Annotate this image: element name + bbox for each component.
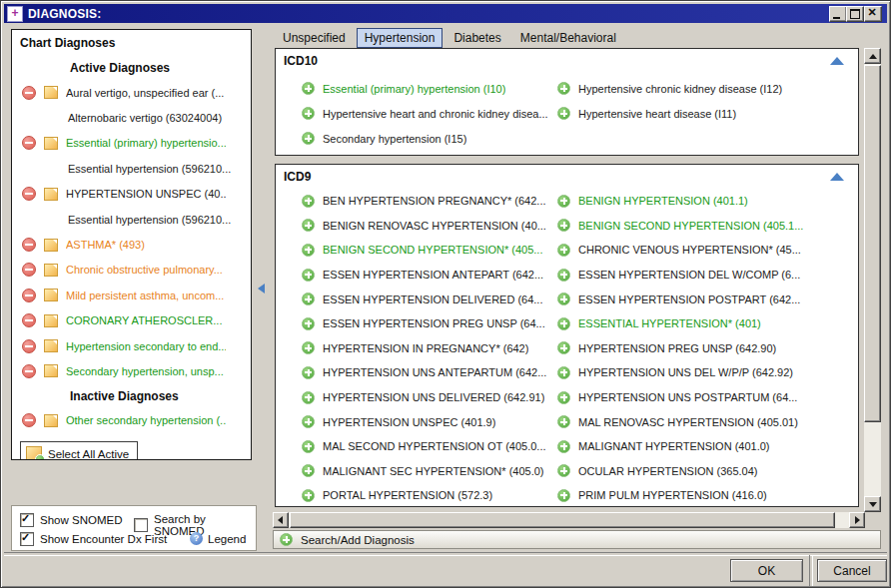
add-diagnosis-icon[interactable] (557, 366, 570, 379)
add-diagnosis-icon[interactable] (557, 341, 570, 354)
note-icon[interactable] (44, 314, 58, 327)
icd-diagnosis-row[interactable]: PRIM PULM HYPERTENSION (416.0) (557, 483, 853, 508)
search-add-diagnosis-bar[interactable]: Search/Add Diagnosis (273, 530, 881, 549)
add-diagnosis-icon[interactable] (302, 107, 315, 120)
diagnosis-label[interactable]: CORONARY ATHEROSCLER... (66, 314, 222, 326)
add-diagnosis-icon[interactable] (302, 415, 315, 428)
icd-diagnosis-row[interactable]: HYPERTENSION UNS DELIVERED (642.91) (302, 385, 553, 410)
icd-diagnosis-row[interactable]: BEN HYPERTENSION PREGNANCY* (642... (302, 189, 553, 214)
diagnosis-label[interactable]: Hypertension secondary to end... (66, 340, 226, 352)
add-diagnosis-icon[interactable] (302, 391, 315, 404)
add-diagnosis-icon[interactable] (302, 440, 315, 453)
icd-diagnosis-row[interactable]: BENIGN HYPERTENSION (401.1) (557, 189, 853, 214)
diagnosis-label[interactable]: Secondary hypertension, unsp... (66, 365, 224, 377)
category-tab[interactable]: Unspecified (275, 28, 354, 48)
icd10-collapse-icon[interactable] (830, 57, 844, 65)
remove-diagnosis-icon[interactable] (22, 313, 36, 327)
remove-diagnosis-icon[interactable] (22, 263, 36, 277)
icd-diagnosis-row[interactable]: ESSEN HYPERTENSION ANTEPART (642... (302, 263, 553, 288)
icd-diagnosis-row[interactable]: ESSENTIAL HYPERTENSION* (401) (557, 311, 853, 336)
show-encounter-dx-option[interactable]: Show Encounter Dx First (20, 532, 167, 546)
note-icon[interactable] (44, 364, 58, 377)
add-diagnosis-icon[interactable] (557, 219, 570, 232)
diagnosis-label[interactable]: Other secondary hypertension (... (66, 414, 226, 426)
icd-diagnosis-row[interactable]: Essential (primary) hypertension (I10) (302, 76, 553, 101)
category-tab[interactable]: Diabetes (446, 28, 508, 48)
remove-diagnosis-icon[interactable] (22, 364, 36, 378)
note-icon[interactable] (44, 264, 58, 277)
icd-diagnosis-row[interactable]: PORTAL HYPERTENSION (572.3) (302, 483, 553, 508)
show-snomed-checkbox[interactable] (20, 513, 34, 527)
search-by-snomed-checkbox[interactable] (134, 518, 148, 532)
add-diagnosis-icon[interactable] (302, 82, 315, 95)
add-diagnosis-icon[interactable] (302, 219, 315, 232)
title-bar[interactable]: + DIAGNOSIS: ✕ (4, 4, 887, 23)
remove-diagnosis-icon[interactable] (22, 289, 36, 302)
icd-diagnosis-row[interactable]: Secondary hypertension (I15) (302, 126, 553, 151)
icd-diagnosis-row[interactable]: OCULAR HYPERTENSION (365.04) (557, 459, 853, 484)
category-tab[interactable]: Hypertension (357, 28, 444, 48)
remove-diagnosis-icon[interactable] (22, 136, 36, 150)
add-diagnosis-icon[interactable] (302, 317, 315, 330)
note-icon[interactable] (44, 239, 58, 252)
add-diagnosis-icon[interactable] (557, 391, 570, 404)
add-diagnosis-icon[interactable] (557, 244, 570, 257)
icd-diagnosis-row[interactable]: HYPERTENSION PREG UNSP (642.90) (557, 336, 853, 361)
chart-diagnosis-item[interactable]: Aural vertigo, unspecified ear (... (12, 80, 251, 105)
category-tab[interactable]: Mental/Behavioral (512, 28, 624, 48)
diagnosis-label[interactable]: Aural vertigo, unspecified ear (... (66, 87, 224, 99)
chart-diagnosis-item[interactable]: CORONARY ATHEROSCLER... (12, 308, 251, 333)
remove-diagnosis-icon[interactable] (22, 86, 36, 100)
vertical-scroll-thumb[interactable] (864, 65, 881, 422)
maximize-button[interactable] (846, 6, 864, 22)
chart-diagnosis-item[interactable]: Other secondary hypertension (... (12, 408, 251, 433)
icd-diagnosis-row[interactable]: BENIGN SECOND HYPERTENSION* (405... (302, 238, 553, 263)
icd-diagnosis-row[interactable]: Hypertensive heart disease (I11) (557, 101, 853, 126)
icd-diagnosis-row[interactable]: MAL SECOND HYPERTENSION OT (405.0... (302, 434, 553, 459)
diagnosis-label[interactable]: Essential (primary) hypertensio... (66, 137, 226, 149)
add-diagnosis-icon[interactable] (557, 195, 570, 208)
chart-diagnosis-item[interactable]: ASTHMA* (493) (12, 232, 251, 257)
chart-diagnosis-item[interactable]: Secondary hypertension, unsp... (12, 358, 251, 383)
add-diagnosis-icon[interactable] (557, 107, 570, 120)
add-diagnosis-icon[interactable] (302, 269, 315, 282)
horizontal-scrollbar[interactable] (273, 512, 865, 528)
icd-diagnosis-row[interactable]: HYPERTENSION UNS DEL W/P/P (642.92) (557, 360, 853, 385)
icd-diagnosis-row[interactable]: HYPERTENSION UNS POSTPARTUM (64... (557, 385, 853, 410)
icd9-collapse-icon[interactable] (830, 173, 844, 181)
add-diagnosis-icon[interactable] (302, 489, 315, 502)
add-diagnosis-icon[interactable] (302, 132, 315, 145)
scroll-up-button[interactable] (864, 48, 881, 64)
remove-diagnosis-icon[interactable] (22, 339, 36, 353)
add-diagnosis-icon[interactable] (557, 440, 570, 453)
add-diagnosis-icon[interactable] (557, 269, 570, 282)
add-diagnosis-icon[interactable] (302, 341, 315, 354)
note-icon[interactable] (44, 339, 58, 352)
panel-collapse-arrow-icon[interactable] (258, 284, 265, 294)
scroll-down-button[interactable] (864, 496, 881, 512)
note-icon[interactable] (44, 188, 58, 201)
horizontal-scroll-thumb[interactable] (290, 512, 835, 528)
select-all-active-button[interactable]: Select All Active (20, 441, 138, 460)
add-diagnosis-icon[interactable] (302, 195, 315, 208)
chart-diagnosis-item[interactable]: Mild persistent asthma, uncom... (12, 283, 251, 307)
icd-diagnosis-row[interactable]: MALIGNANT HYPERTENSION (401.0) (557, 434, 853, 459)
icd-diagnosis-row[interactable]: HYPERTENSION UNSPEC (401.9) (302, 409, 553, 434)
icd-diagnosis-row[interactable]: BENIGN SECOND HYPERTENSION (405.1... (557, 214, 853, 239)
icd-diagnosis-row[interactable]: ESSEN HYPERTENSION PREG UNSP (64... (302, 311, 553, 336)
icd-diagnosis-row[interactable]: ESSEN HYPERTENSION DEL W/COMP (6... (557, 263, 853, 288)
icd-diagnosis-row[interactable]: MAL RENOVASC HYPERTENSION (405.01) (557, 409, 853, 434)
note-icon[interactable] (44, 289, 58, 301)
icd-diagnosis-row[interactable]: Hypertensive chronic kidney disease (I12… (557, 76, 853, 101)
icd-diagnosis-row[interactable]: Hypertensive heart and chronic kidney di… (302, 101, 553, 126)
scroll-left-button[interactable] (273, 512, 289, 528)
chart-diagnosis-item[interactable]: Essential (primary) hypertensio... (12, 131, 251, 156)
vertical-scrollbar[interactable] (864, 48, 881, 512)
icd-diagnosis-row[interactable]: ESSEN HYPERTENSION DELIVERED (64... (302, 287, 553, 311)
icd-diagnosis-row[interactable]: CHRONIC VENOUS HYPERTENSION* (45... (557, 238, 853, 263)
chart-diagnosis-item[interactable]: Chronic obstructive pulmonary... (12, 258, 251, 283)
close-button[interactable]: ✕ (864, 6, 882, 22)
legend-link[interactable]: Legend (190, 532, 246, 545)
diagnosis-label[interactable]: ASTHMA* (493) (66, 239, 145, 251)
icd-diagnosis-row[interactable]: HYPERTENSION UNS ANTEPARTUM (642... (302, 360, 553, 385)
